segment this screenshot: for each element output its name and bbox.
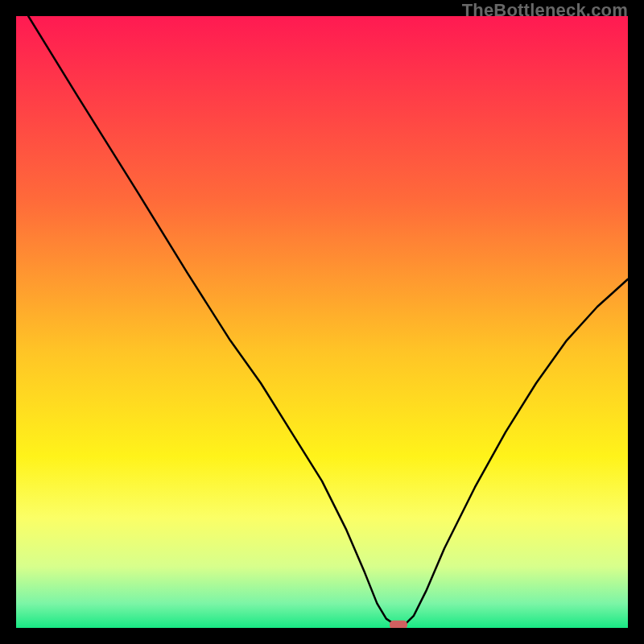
optimum-marker xyxy=(390,621,407,628)
chart-frame: TheBottleneck.com xyxy=(0,0,644,644)
gradient-background xyxy=(16,16,628,628)
bottleneck-chart xyxy=(16,16,628,628)
